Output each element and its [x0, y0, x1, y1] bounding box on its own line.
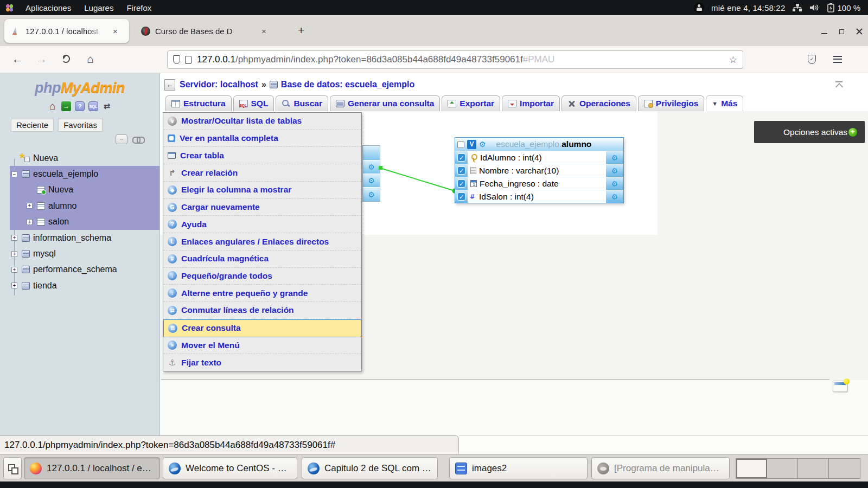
- designer-table-header[interactable]: V ⚙ escuela_ejemplo.alumno: [455, 138, 623, 151]
- breadcrumb-back-button[interactable]: ←: [164, 79, 175, 91]
- designer-menu-item[interactable]: ⇄ Conmutar líneas de relación: [163, 302, 361, 319]
- tree-expander[interactable]: −: [11, 171, 17, 177]
- workspace-cell[interactable]: [767, 459, 798, 478]
- home-button[interactable]: ⌂: [87, 53, 94, 66]
- tab-close-icon[interactable]: ×: [261, 27, 266, 36]
- designer-menu-item[interactable]: » Mover el Menú: [163, 337, 361, 355]
- pma-help-icon[interactable]: ?: [75, 101, 85, 111]
- taskbar-window-button[interactable]: [Programa de manipulación ...: [591, 457, 730, 479]
- field-checkbox-cell[interactable]: [455, 177, 468, 190]
- accessibility-icon[interactable]: [694, 3, 704, 13]
- designer-menu-item[interactable]: G Cargar nuevamente: [163, 199, 361, 216]
- designer-menu-item[interactable]: ◆ Elegir la columna a mostrar: [163, 182, 361, 199]
- tree-item[interactable]: + performance_schema: [0, 262, 159, 278]
- volume-icon[interactable]: [809, 3, 820, 12]
- pma-tab[interactable]: Generar una consulta: [330, 95, 440, 111]
- page-info-icon[interactable]: [185, 56, 192, 64]
- minimize-button[interactable]: [821, 33, 827, 34]
- field-cell[interactable]: Fecha_ingreso : date: [468, 177, 605, 190]
- tree-item-label[interactable]: performance_schema: [33, 265, 117, 274]
- tree-expander[interactable]: +: [27, 219, 33, 225]
- designer-menu-item[interactable]: ↓ Pequeño/grande todos: [163, 268, 361, 285]
- bookmark-star-icon[interactable]: ☆: [729, 54, 737, 66]
- designer-field-row[interactable]: IdSalon : int(4) ⚙: [455, 190, 623, 203]
- designer-field-row[interactable]: Nombre : varchar(10) ⚙: [455, 164, 623, 177]
- designer-menu-item[interactable]: Ver en pantalla completa: [163, 130, 361, 147]
- reload-button[interactable]: [62, 55, 70, 63]
- pma-tab[interactable]: Estructura: [165, 95, 232, 111]
- taskbar-window-button[interactable]: Welcome to CentOS - Sea...: [163, 457, 297, 479]
- tree-item-label[interactable]: mysql: [33, 249, 56, 259]
- back-button[interactable]: ←: [12, 53, 23, 66]
- taskbar-window-button[interactable]: 127.0.0.1 / localhost / escu...: [24, 457, 160, 479]
- pma-tab[interactable]: Buscar: [276, 95, 328, 111]
- tree-item-label[interactable]: tienda: [33, 281, 57, 291]
- scroll-to-top-icon[interactable]: [835, 81, 844, 88]
- field-cell[interactable]: IdAlumno : int(4): [468, 151, 605, 164]
- tree-expander[interactable]: +: [11, 235, 17, 241]
- taskbar-window-button[interactable]: Capitulo 2 de SQL com My...: [302, 457, 438, 479]
- designer-menu-item[interactable]: L Enlaces angulares / Enlaces directos: [163, 233, 361, 251]
- tree-item[interactable]: + salon: [0, 214, 159, 230]
- pma-tab[interactable]: Privilegios: [638, 95, 704, 111]
- checked-checkbox[interactable]: [457, 179, 465, 188]
- topbar-menu-item[interactable]: Aplicaciones: [19, 3, 78, 12]
- designer-menu-item[interactable]: ↱ Crear relación: [163, 164, 361, 182]
- designer-menu-item[interactable]: ↕ Alterne entre pequeño y grande: [163, 285, 361, 302]
- link-tables-icon[interactable]: [132, 136, 144, 143]
- tree-item[interactable]: + information_schema: [0, 230, 159, 246]
- tree-item-label[interactable]: information_schema: [33, 233, 111, 243]
- options-active-button[interactable]: Opciones activas +: [754, 121, 865, 143]
- pma-tab[interactable]: Operaciones: [561, 95, 636, 111]
- tab-close-icon[interactable]: ×: [113, 27, 118, 36]
- pma-refresh-icon[interactable]: ⇄: [102, 101, 112, 111]
- field-gear-cell[interactable]: ⚙: [605, 151, 623, 164]
- browser-tab-curso[interactable]: Curso de Bases de D ×: [135, 19, 289, 43]
- tree-expander[interactable]: +: [11, 282, 17, 288]
- gear-icon[interactable]: ⚙: [611, 193, 618, 201]
- tracking-shield-icon[interactable]: [173, 55, 180, 64]
- table-select-checkbox[interactable]: [457, 141, 464, 148]
- field-checkbox-cell[interactable]: [455, 164, 468, 177]
- maximize-button[interactable]: [839, 29, 844, 34]
- checked-checkbox[interactable]: [457, 192, 465, 201]
- breadcrumb-database-link[interactable]: Base de datos: escuela_ejemplo: [281, 80, 414, 89]
- window-highlight-icon[interactable]: [833, 381, 847, 392]
- distro-logo-icon[interactable]: [5, 4, 14, 12]
- pma-tab[interactable]: ▼ Más: [706, 95, 743, 111]
- designer-menu-item[interactable]: # Cuadrícula magnética: [163, 251, 361, 268]
- pma-tab[interactable]: SQL: [233, 95, 275, 111]
- tree-expander[interactable]: +: [27, 203, 33, 209]
- tree-expander[interactable]: +: [11, 267, 17, 273]
- tree-item[interactable]: + tienda: [0, 278, 159, 293]
- clock[interactable]: mié ene 4, 14:58:22: [711, 3, 785, 12]
- tree-item-label[interactable]: salon: [48, 217, 69, 227]
- breadcrumb-server-link[interactable]: Servidor: localhost: [180, 80, 258, 89]
- topbar-menu-item[interactable]: Lugares: [78, 3, 120, 12]
- designer-menu-item[interactable]: ∨ Mostrar/Ocultar lista de tablas: [163, 113, 361, 130]
- pma-logo[interactable]: phpMyAdmin: [0, 80, 159, 97]
- designer-field-row[interactable]: IdAlumno : int(4) ⚙: [455, 151, 623, 164]
- field-gear-cell[interactable]: ⚙: [605, 190, 623, 203]
- field-cell[interactable]: IdSalon : int(4): [468, 190, 605, 203]
- tree-item[interactable]: − escuela_ejemplo: [0, 166, 159, 182]
- field-checkbox-cell[interactable]: [455, 151, 468, 164]
- field-gear-cell[interactable]: ⚙: [605, 164, 623, 177]
- workspace-cell[interactable]: [798, 459, 829, 478]
- pma-tab[interactable]: Importar: [502, 95, 560, 111]
- gear-icon[interactable]: ⚙: [611, 180, 618, 188]
- forward-button[interactable]: →: [36, 53, 47, 66]
- field-cell[interactable]: Nombre : varchar(10): [468, 164, 605, 177]
- browser-tab-phpmyadmin[interactable]: 127.0.0.1 / localhost ×: [4, 19, 129, 43]
- tree-item[interactable]: Nueva: [0, 182, 159, 198]
- tree-expander[interactable]: +: [11, 251, 17, 257]
- tree-item-label[interactable]: escuela_ejemplo: [33, 169, 98, 179]
- show-desktop-button[interactable]: [3, 457, 22, 479]
- pma-home-icon[interactable]: ⌂: [48, 101, 58, 111]
- checked-checkbox[interactable]: [457, 153, 465, 162]
- tree-item-label[interactable]: Nueva: [33, 153, 58, 163]
- workspace-cell[interactable]: [736, 459, 767, 478]
- new-tab-button[interactable]: +: [298, 24, 304, 37]
- designer-menu-item[interactable]: ⚓ Fijar texto: [163, 354, 361, 371]
- network-icon[interactable]: [792, 3, 802, 12]
